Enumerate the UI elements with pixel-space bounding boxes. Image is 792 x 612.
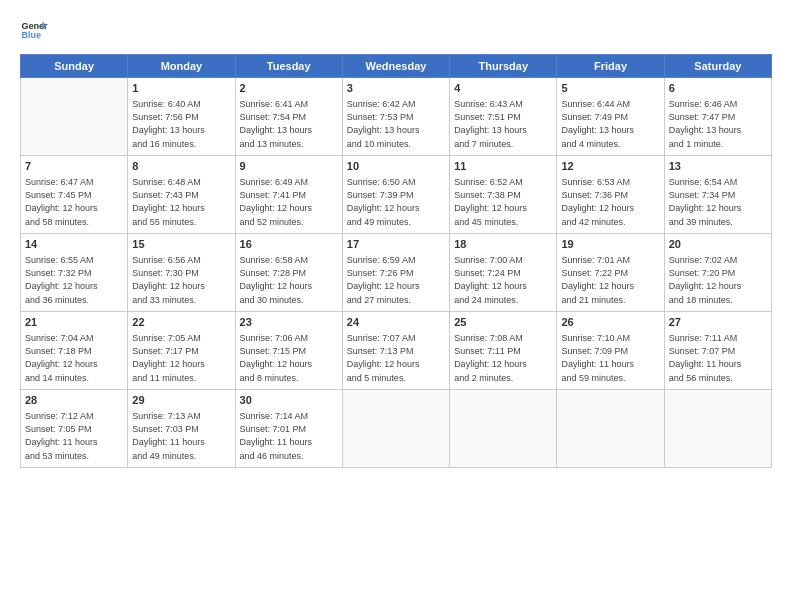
day-info: Sunrise: 6:48 AMSunset: 7:43 PMDaylight:… bbox=[132, 176, 230, 228]
header: General Blue bbox=[20, 16, 772, 44]
day-number: 30 bbox=[240, 393, 338, 408]
day-number: 13 bbox=[669, 159, 767, 174]
day-info: Sunrise: 7:02 AMSunset: 7:20 PMDaylight:… bbox=[669, 254, 767, 306]
weekday-header-sunday: Sunday bbox=[21, 55, 128, 78]
day-info: Sunrise: 7:14 AMSunset: 7:01 PMDaylight:… bbox=[240, 410, 338, 462]
calendar-cell: 24Sunrise: 7:07 AMSunset: 7:13 PMDayligh… bbox=[342, 312, 449, 390]
logo-icon: General Blue bbox=[20, 16, 48, 44]
weekday-header-thursday: Thursday bbox=[450, 55, 557, 78]
day-number: 26 bbox=[561, 315, 659, 330]
day-number: 18 bbox=[454, 237, 552, 252]
day-number: 27 bbox=[669, 315, 767, 330]
day-info: Sunrise: 7:05 AMSunset: 7:17 PMDaylight:… bbox=[132, 332, 230, 384]
day-info: Sunrise: 6:47 AMSunset: 7:45 PMDaylight:… bbox=[25, 176, 123, 228]
day-info: Sunrise: 7:10 AMSunset: 7:09 PMDaylight:… bbox=[561, 332, 659, 384]
day-info: Sunrise: 6:43 AMSunset: 7:51 PMDaylight:… bbox=[454, 98, 552, 150]
weekday-header-tuesday: Tuesday bbox=[235, 55, 342, 78]
calendar-cell: 12Sunrise: 6:53 AMSunset: 7:36 PMDayligh… bbox=[557, 156, 664, 234]
day-info: Sunrise: 7:07 AMSunset: 7:13 PMDaylight:… bbox=[347, 332, 445, 384]
page: General Blue SundayMondayTuesdayWednesda… bbox=[0, 0, 792, 612]
day-number: 20 bbox=[669, 237, 767, 252]
calendar-cell bbox=[342, 390, 449, 468]
weekday-header-friday: Friday bbox=[557, 55, 664, 78]
day-number: 12 bbox=[561, 159, 659, 174]
day-info: Sunrise: 7:11 AMSunset: 7:07 PMDaylight:… bbox=[669, 332, 767, 384]
day-number: 16 bbox=[240, 237, 338, 252]
svg-text:Blue: Blue bbox=[21, 30, 41, 40]
calendar-cell: 6Sunrise: 6:46 AMSunset: 7:47 PMDaylight… bbox=[664, 78, 771, 156]
calendar-cell bbox=[557, 390, 664, 468]
calendar-cell: 8Sunrise: 6:48 AMSunset: 7:43 PMDaylight… bbox=[128, 156, 235, 234]
calendar-cell bbox=[21, 78, 128, 156]
calendar-cell: 22Sunrise: 7:05 AMSunset: 7:17 PMDayligh… bbox=[128, 312, 235, 390]
calendar-cell: 10Sunrise: 6:50 AMSunset: 7:39 PMDayligh… bbox=[342, 156, 449, 234]
day-number: 15 bbox=[132, 237, 230, 252]
calendar-cell: 28Sunrise: 7:12 AMSunset: 7:05 PMDayligh… bbox=[21, 390, 128, 468]
day-number: 29 bbox=[132, 393, 230, 408]
day-number: 3 bbox=[347, 81, 445, 96]
day-number: 19 bbox=[561, 237, 659, 252]
day-number: 7 bbox=[25, 159, 123, 174]
day-info: Sunrise: 6:53 AMSunset: 7:36 PMDaylight:… bbox=[561, 176, 659, 228]
calendar-cell: 17Sunrise: 6:59 AMSunset: 7:26 PMDayligh… bbox=[342, 234, 449, 312]
day-number: 9 bbox=[240, 159, 338, 174]
day-info: Sunrise: 6:55 AMSunset: 7:32 PMDaylight:… bbox=[25, 254, 123, 306]
day-number: 8 bbox=[132, 159, 230, 174]
calendar-cell: 29Sunrise: 7:13 AMSunset: 7:03 PMDayligh… bbox=[128, 390, 235, 468]
calendar-cell: 13Sunrise: 6:54 AMSunset: 7:34 PMDayligh… bbox=[664, 156, 771, 234]
day-number: 17 bbox=[347, 237, 445, 252]
day-number: 10 bbox=[347, 159, 445, 174]
day-info: Sunrise: 7:06 AMSunset: 7:15 PMDaylight:… bbox=[240, 332, 338, 384]
calendar-cell: 25Sunrise: 7:08 AMSunset: 7:11 PMDayligh… bbox=[450, 312, 557, 390]
day-info: Sunrise: 6:50 AMSunset: 7:39 PMDaylight:… bbox=[347, 176, 445, 228]
day-number: 11 bbox=[454, 159, 552, 174]
day-number: 21 bbox=[25, 315, 123, 330]
day-info: Sunrise: 6:52 AMSunset: 7:38 PMDaylight:… bbox=[454, 176, 552, 228]
day-info: Sunrise: 7:00 AMSunset: 7:24 PMDaylight:… bbox=[454, 254, 552, 306]
week-row-2: 7Sunrise: 6:47 AMSunset: 7:45 PMDaylight… bbox=[21, 156, 772, 234]
calendar-cell bbox=[450, 390, 557, 468]
day-info: Sunrise: 7:13 AMSunset: 7:03 PMDaylight:… bbox=[132, 410, 230, 462]
calendar-cell: 20Sunrise: 7:02 AMSunset: 7:20 PMDayligh… bbox=[664, 234, 771, 312]
day-info: Sunrise: 6:46 AMSunset: 7:47 PMDaylight:… bbox=[669, 98, 767, 150]
week-row-4: 21Sunrise: 7:04 AMSunset: 7:18 PMDayligh… bbox=[21, 312, 772, 390]
calendar-cell: 16Sunrise: 6:58 AMSunset: 7:28 PMDayligh… bbox=[235, 234, 342, 312]
logo: General Blue bbox=[20, 16, 48, 44]
day-number: 28 bbox=[25, 393, 123, 408]
day-number: 6 bbox=[669, 81, 767, 96]
day-number: 4 bbox=[454, 81, 552, 96]
calendar-cell: 11Sunrise: 6:52 AMSunset: 7:38 PMDayligh… bbox=[450, 156, 557, 234]
week-row-5: 28Sunrise: 7:12 AMSunset: 7:05 PMDayligh… bbox=[21, 390, 772, 468]
calendar-cell: 21Sunrise: 7:04 AMSunset: 7:18 PMDayligh… bbox=[21, 312, 128, 390]
calendar-cell: 2Sunrise: 6:41 AMSunset: 7:54 PMDaylight… bbox=[235, 78, 342, 156]
calendar-cell: 5Sunrise: 6:44 AMSunset: 7:49 PMDaylight… bbox=[557, 78, 664, 156]
day-info: Sunrise: 7:01 AMSunset: 7:22 PMDaylight:… bbox=[561, 254, 659, 306]
day-info: Sunrise: 6:49 AMSunset: 7:41 PMDaylight:… bbox=[240, 176, 338, 228]
calendar-cell: 9Sunrise: 6:49 AMSunset: 7:41 PMDaylight… bbox=[235, 156, 342, 234]
weekday-header-monday: Monday bbox=[128, 55, 235, 78]
day-number: 1 bbox=[132, 81, 230, 96]
weekday-header-saturday: Saturday bbox=[664, 55, 771, 78]
day-info: Sunrise: 6:42 AMSunset: 7:53 PMDaylight:… bbox=[347, 98, 445, 150]
week-row-1: 1Sunrise: 6:40 AMSunset: 7:56 PMDaylight… bbox=[21, 78, 772, 156]
day-info: Sunrise: 6:40 AMSunset: 7:56 PMDaylight:… bbox=[132, 98, 230, 150]
weekday-header-row: SundayMondayTuesdayWednesdayThursdayFrid… bbox=[21, 55, 772, 78]
day-number: 22 bbox=[132, 315, 230, 330]
day-info: Sunrise: 7:04 AMSunset: 7:18 PMDaylight:… bbox=[25, 332, 123, 384]
week-row-3: 14Sunrise: 6:55 AMSunset: 7:32 PMDayligh… bbox=[21, 234, 772, 312]
day-info: Sunrise: 6:44 AMSunset: 7:49 PMDaylight:… bbox=[561, 98, 659, 150]
day-number: 14 bbox=[25, 237, 123, 252]
calendar-cell: 30Sunrise: 7:14 AMSunset: 7:01 PMDayligh… bbox=[235, 390, 342, 468]
day-info: Sunrise: 6:59 AMSunset: 7:26 PMDaylight:… bbox=[347, 254, 445, 306]
day-number: 2 bbox=[240, 81, 338, 96]
day-info: Sunrise: 6:56 AMSunset: 7:30 PMDaylight:… bbox=[132, 254, 230, 306]
day-info: Sunrise: 6:58 AMSunset: 7:28 PMDaylight:… bbox=[240, 254, 338, 306]
day-number: 23 bbox=[240, 315, 338, 330]
day-info: Sunrise: 6:41 AMSunset: 7:54 PMDaylight:… bbox=[240, 98, 338, 150]
calendar-cell: 3Sunrise: 6:42 AMSunset: 7:53 PMDaylight… bbox=[342, 78, 449, 156]
calendar-cell bbox=[664, 390, 771, 468]
day-info: Sunrise: 7:12 AMSunset: 7:05 PMDaylight:… bbox=[25, 410, 123, 462]
calendar-cell: 15Sunrise: 6:56 AMSunset: 7:30 PMDayligh… bbox=[128, 234, 235, 312]
calendar-cell: 23Sunrise: 7:06 AMSunset: 7:15 PMDayligh… bbox=[235, 312, 342, 390]
day-info: Sunrise: 6:54 AMSunset: 7:34 PMDaylight:… bbox=[669, 176, 767, 228]
